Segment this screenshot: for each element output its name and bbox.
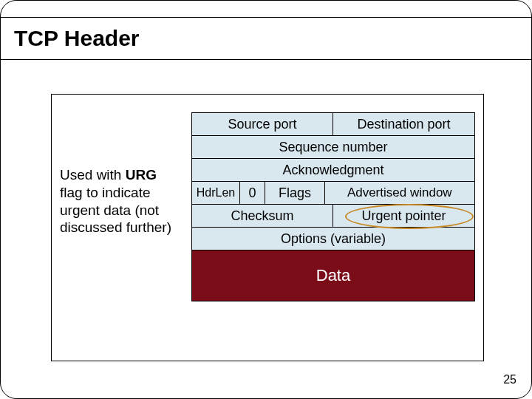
- row-sequence: Sequence number: [191, 135, 475, 159]
- urg-annotation: Used with URG flag to indicate urgent da…: [60, 166, 178, 236]
- row-data: Data: [191, 250, 475, 301]
- slide-title: TCP Header: [1, 26, 140, 51]
- field-options: Options (variable): [192, 228, 474, 250]
- field-advertised-window: Advertised window: [325, 182, 474, 204]
- title-bar: TCP Header: [1, 17, 531, 60]
- field-urgent-pointer: Urgent pointer: [333, 205, 474, 227]
- tcp-header-diagram: Source port Destination port Sequence nu…: [191, 113, 475, 301]
- field-hdrlen: HdrLen: [192, 182, 240, 204]
- field-checksum: Checksum: [192, 205, 333, 227]
- row-ack: Acknowledgment: [191, 158, 475, 182]
- field-acknowledgment: Acknowledgment: [192, 159, 474, 181]
- slide-frame: TCP Header Used with URG flag to indicat…: [0, 0, 532, 399]
- row-flags: HdrLen 0 Flags Advertised window: [191, 181, 475, 205]
- row-ports: Source port Destination port: [191, 112, 475, 136]
- field-data: Data: [192, 250, 474, 301]
- page-number: 25: [503, 373, 516, 386]
- field-sequence-number: Sequence number: [192, 136, 474, 158]
- row-options: Options (variable): [191, 227, 475, 250]
- field-source-port: Source port: [192, 113, 333, 135]
- field-flags: Flags: [265, 182, 324, 204]
- field-dest-port: Destination port: [333, 113, 474, 135]
- field-zero: 0: [240, 182, 265, 204]
- row-checksum: Checksum Urgent pointer: [191, 204, 475, 228]
